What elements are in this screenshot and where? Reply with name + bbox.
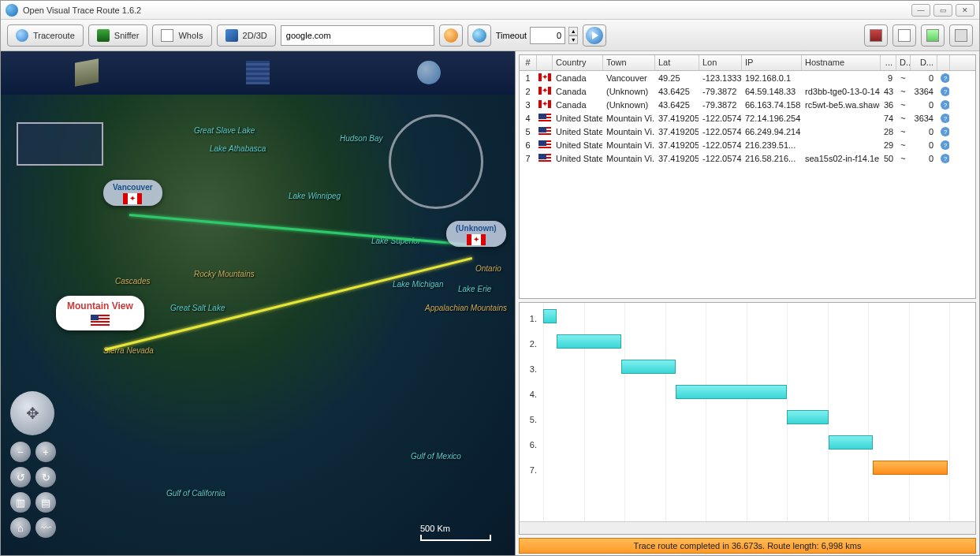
th-help[interactable] — [937, 55, 950, 70]
cell-host: rd3bb-tge0-13-0-14-1... — [802, 86, 881, 97]
flag-ca-icon — [123, 193, 142, 204]
map-view[interactable]: Hudson Bay Lake Winnipeg Lake Superior L… — [1, 51, 516, 556]
map-node-mountain-view[interactable]: Mountain View — [56, 296, 144, 330]
globe-view-icon[interactable] — [417, 61, 441, 84]
cell-help[interactable]: ? — [937, 72, 950, 84]
table-row[interactable]: 7United StatesMountain Vi...37.419205-12… — [520, 151, 975, 165]
run-button[interactable] — [583, 24, 606, 47]
cell-ip: 64.59.148.33 — [742, 86, 802, 97]
maximize-button[interactable]: ▭ — [933, 4, 952, 17]
globe-pin-icon — [472, 28, 486, 43]
grid-icon[interactable] — [246, 61, 270, 84]
home-button[interactable]: ⌂ — [10, 517, 31, 538]
th-flag[interactable] — [537, 55, 553, 70]
th-ip[interactable]: IP — [742, 55, 802, 70]
th-hostname[interactable]: Hostname — [802, 55, 881, 70]
view-2d3d-button[interactable]: 2D/3D — [217, 24, 276, 47]
cell-help[interactable]: ? — [937, 99, 950, 111]
rotate-ccw-button[interactable]: ↺ — [10, 467, 31, 487]
cell-help[interactable]: ? — [937, 85, 950, 98]
help-icon: ? — [941, 127, 950, 136]
map-node-vancouver[interactable]: Vancouver — [103, 180, 162, 206]
th-number[interactable]: # — [520, 55, 537, 70]
pan-control[interactable] — [10, 391, 54, 435]
resolve-button[interactable] — [439, 24, 463, 47]
flag-ca-icon — [538, 73, 551, 81]
cell-latency: 36 — [881, 99, 896, 110]
import-button[interactable] — [921, 24, 945, 47]
cell-host — [802, 144, 881, 146]
th-lat[interactable]: Lat — [655, 55, 699, 70]
timeout-down-button[interactable]: ▼ — [568, 35, 578, 44]
th-latency[interactable]: ... — [881, 55, 896, 70]
export-button[interactable] — [892, 24, 916, 47]
help-icon: ? — [941, 100, 950, 110]
help-icon: ? — [941, 154, 950, 163]
flag-us-icon — [91, 315, 110, 326]
cell-number: 3 — [520, 99, 537, 110]
cell-help[interactable]: ? — [937, 112, 950, 125]
th-distance[interactable]: D... — [911, 55, 937, 70]
cell-distance: 3634 — [911, 113, 937, 124]
layers-icon[interactable] — [75, 58, 99, 86]
tilt-up-button[interactable]: ▤ — [35, 492, 56, 513]
gantt-bar[interactable] — [873, 461, 948, 475]
sniffer-button[interactable]: Sniffer — [88, 24, 148, 47]
th-town[interactable]: Town — [603, 55, 655, 70]
gantt-scrollbar[interactable] — [520, 521, 975, 534]
zoom-out-button[interactable]: − — [10, 442, 31, 462]
window-title: Open Visual Trace Route 1.6.2 — [23, 6, 911, 15]
main-toolbar: Traceroute Sniffer WhoIs 2D/3D Timeout ▲… — [1, 20, 979, 51]
cell-help[interactable]: ? — [937, 139, 950, 151]
table-row[interactable]: 6United StatesMountain Vi...37.419205-12… — [520, 138, 975, 151]
map-land-label: Ontario — [475, 264, 501, 273]
gantt-bar[interactable] — [676, 385, 787, 399]
minimap[interactable] — [17, 122, 103, 166]
app-icon — [6, 4, 18, 17]
gantt-bar[interactable] — [621, 360, 676, 374]
cell-help[interactable]: ? — [937, 152, 950, 165]
timeout-up-button[interactable]: ▲ — [568, 27, 578, 35]
map-water-label: Great Slave Lake — [194, 126, 255, 135]
whois-button[interactable]: WhoIs — [152, 24, 211, 47]
table-row[interactable]: 4United StatesMountain Vi...37.419205-12… — [520, 111, 975, 125]
cell-flag — [537, 153, 553, 164]
table-row[interactable]: 3Canada(Unknown)43.6425-79.387266.163.74… — [520, 98, 975, 111]
flag-button[interactable] — [864, 24, 888, 47]
th-lon[interactable]: Lon — [699, 55, 742, 70]
chip-icon — [97, 29, 110, 42]
traceroute-button[interactable]: Traceroute — [7, 24, 84, 47]
globe-icon — [16, 29, 28, 42]
table-row[interactable]: 2Canada(Unknown)43.6425-79.387264.59.148… — [520, 84, 975, 98]
th-country[interactable]: Country — [553, 55, 603, 70]
globe-button[interactable] — [468, 24, 491, 47]
timeout-input[interactable] — [530, 27, 565, 44]
table-row[interactable]: 1CanadaVancouver49.25-123.1333192.168.0.… — [520, 71, 975, 84]
cell-distance: 0 — [911, 153, 937, 164]
rotate-cw-button[interactable]: ↻ — [35, 467, 56, 487]
map-node-unknown[interactable]: (Unknown) — [446, 221, 506, 247]
cell-help[interactable]: ? — [937, 125, 950, 138]
tilt-down-button[interactable]: ▥ — [10, 492, 31, 513]
zoom-in-button[interactable]: + — [35, 442, 56, 462]
cell-number: 1 — [520, 73, 537, 84]
graph-button[interactable]: 〰 — [35, 517, 56, 538]
cell-country: United States — [553, 153, 603, 164]
gantt-bar[interactable] — [829, 435, 872, 450]
th-dns[interactable]: D... — [896, 55, 911, 70]
map-water-label: Lake Winnipeg — [289, 192, 341, 200]
cell-country: Canada — [553, 86, 603, 97]
settings-button[interactable] — [949, 24, 973, 47]
host-input[interactable] — [281, 25, 434, 46]
compass-icon[interactable] — [389, 114, 483, 209]
gantt-row-label: 7. — [523, 465, 537, 475]
title-bar: Open Visual Trace Route 1.6.2 — ▭ ✕ — [1, 1, 979, 20]
close-button[interactable]: ✕ — [956, 4, 974, 17]
gantt-bar[interactable] — [543, 309, 557, 323]
map-water-label: Hudson Bay — [340, 134, 382, 143]
table-row[interactable]: 5United StatesMountain Vi...37.419205-12… — [520, 125, 975, 138]
help-icon: ? — [941, 87, 950, 96]
minimize-button[interactable]: — — [911, 4, 930, 17]
gantt-bar[interactable] — [787, 410, 829, 424]
gantt-bar[interactable] — [557, 334, 621, 349]
